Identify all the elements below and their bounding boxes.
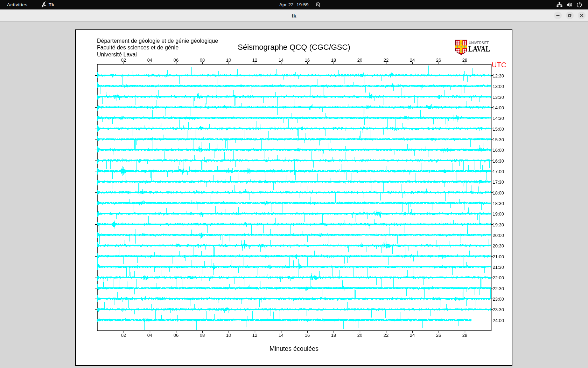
svg-text:LAVAL: LAVAL bbox=[468, 44, 490, 53]
